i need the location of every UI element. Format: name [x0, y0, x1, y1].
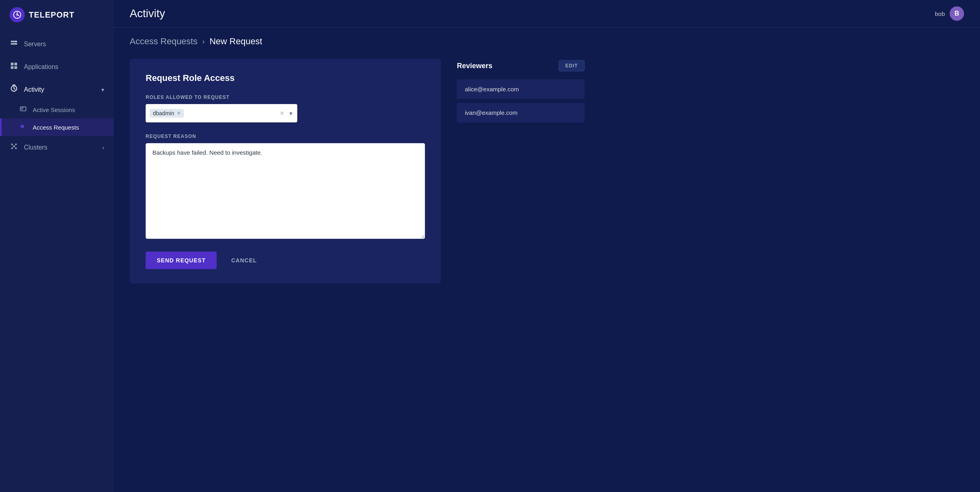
- roles-text-input[interactable]: [186, 110, 276, 116]
- reason-textarea[interactable]: Backups have failed. Need to investigate…: [146, 143, 425, 239]
- reviewers-title: Reviewers: [457, 62, 492, 70]
- sidebar-label-clusters: Clusters: [24, 144, 47, 151]
- access-requests-icon: [19, 123, 27, 131]
- svg-rect-6: [11, 63, 14, 65]
- svg-point-5: [16, 43, 16, 44]
- logo: TELEPORT: [0, 0, 114, 30]
- svg-rect-9: [14, 66, 17, 69]
- edit-reviewers-button[interactable]: EDIT: [559, 60, 585, 71]
- svg-rect-7: [14, 63, 17, 65]
- sidebar-item-applications[interactable]: Applications: [0, 55, 114, 78]
- sidebar-nav: Servers Applications: [0, 30, 114, 492]
- roles-dropdown-icon[interactable]: ▾: [288, 110, 293, 117]
- page-title: Activity: [130, 7, 165, 20]
- active-sessions-icon: [19, 106, 27, 114]
- roles-label: ROLES ALLOWED TO REQUEST: [146, 94, 425, 100]
- role-remove-icon[interactable]: ✕: [177, 110, 181, 116]
- svg-point-1: [16, 14, 18, 16]
- svg-line-25: [14, 144, 16, 146]
- topbar: Activity bob B: [114, 0, 980, 28]
- servers-icon: [10, 39, 18, 49]
- reason-label: REQUEST REASON: [146, 134, 425, 139]
- reason-section: REQUEST REASON Backups have failed. Need…: [146, 134, 425, 240]
- svg-rect-8: [11, 66, 14, 69]
- main-content: Activity bob B Access Requests › New Req…: [114, 0, 980, 492]
- send-request-button[interactable]: SEND REQUEST: [146, 252, 217, 269]
- content-area: Request Role Access ROLES ALLOWED TO REQ…: [114, 51, 980, 299]
- sidebar-label-servers: Servers: [24, 41, 46, 48]
- logo-text: TELEPORT: [29, 10, 75, 20]
- activity-icon: [10, 85, 18, 94]
- applications-icon: [10, 62, 18, 72]
- sub-nav-container-active: Access Requests: [0, 118, 114, 136]
- sidebar-item-servers[interactable]: Servers: [0, 33, 114, 55]
- svg-rect-13: [21, 109, 23, 110]
- reviewer-item-ivan: ivan@example.com: [457, 103, 585, 122]
- sidebar-item-activity[interactable]: Activity ▾: [0, 78, 114, 101]
- activity-chevron-icon: ▾: [101, 87, 104, 93]
- reviewers-header: Reviewers EDIT: [457, 59, 585, 71]
- clusters-icon: [10, 142, 18, 152]
- breadcrumb-current: New Request: [209, 36, 262, 47]
- form-title: Request Role Access: [146, 73, 425, 83]
- role-name: dbadmin: [153, 110, 174, 116]
- breadcrumb-separator: ›: [202, 37, 205, 46]
- svg-line-26: [12, 146, 14, 148]
- sidebar-label-access-requests: Access Requests: [33, 124, 79, 131]
- svg-point-4: [16, 41, 16, 42]
- svg-line-24: [12, 144, 14, 146]
- role-tag-dbadmin: dbadmin ✕: [150, 109, 184, 118]
- breadcrumb-parent[interactable]: Access Requests: [130, 36, 198, 47]
- sidebar-label-applications: Applications: [24, 63, 58, 71]
- breadcrumb: Access Requests › New Request: [114, 28, 980, 51]
- logo-icon: [10, 7, 25, 22]
- sidebar-label-activity: Activity: [24, 86, 44, 93]
- sidebar-label-active-sessions: Active Sessions: [33, 106, 75, 113]
- request-form-card: Request Role Access ROLES ALLOWED TO REQ…: [130, 59, 441, 283]
- username: bob: [935, 10, 945, 17]
- roles-clear-icon[interactable]: ✕: [278, 110, 286, 116]
- sub-nav-container: Active Sessions: [0, 101, 114, 118]
- avatar: B: [950, 6, 964, 21]
- user-info: bob B: [935, 6, 964, 21]
- reviewer-item-alice: alice@example.com: [457, 79, 585, 99]
- svg-rect-12: [21, 108, 24, 108]
- sidebar: TELEPORT Servers: [0, 0, 114, 492]
- clusters-chevron-icon: ›: [102, 144, 104, 151]
- svg-line-27: [14, 146, 16, 148]
- reviewers-panel: Reviewers EDIT alice@example.com ivan@ex…: [457, 59, 585, 126]
- form-actions: SEND REQUEST CANCEL: [146, 252, 425, 269]
- roles-input[interactable]: dbadmin ✕ ✕ ▾: [146, 104, 297, 122]
- sidebar-item-active-sessions[interactable]: Active Sessions: [0, 101, 114, 118]
- svg-rect-11: [20, 107, 26, 111]
- roles-section: ROLES ALLOWED TO REQUEST dbadmin ✕ ✕ ▾: [146, 94, 425, 122]
- sidebar-item-access-requests[interactable]: Access Requests: [0, 118, 114, 136]
- sidebar-item-clusters[interactable]: Clusters ›: [0, 136, 114, 159]
- cancel-button[interactable]: CANCEL: [223, 252, 265, 269]
